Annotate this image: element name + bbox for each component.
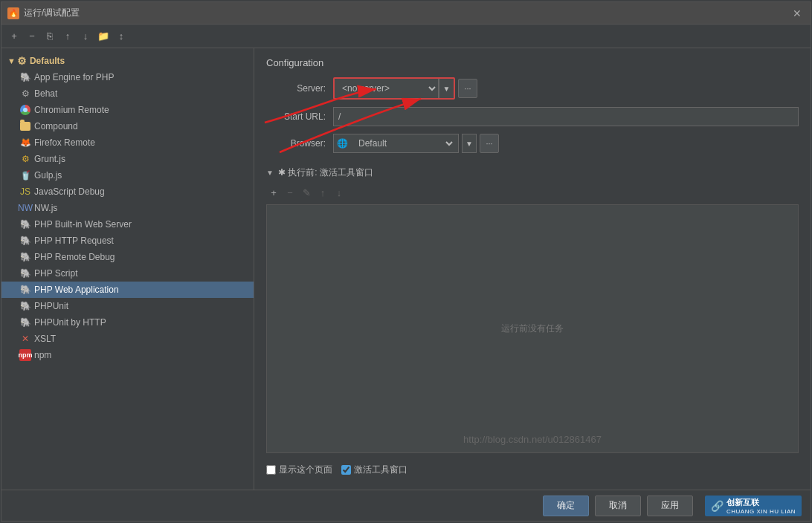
tree-item-nwjs[interactable]: NW NW.js [1, 200, 254, 216]
tree-item-phpunit-http[interactable]: 🐘 PHPUnit by HTTP [1, 314, 254, 331]
add-config-button[interactable]: + [6, 28, 22, 45]
start-url-input[interactable] [333, 107, 799, 126]
toolbar: + − ⎘ ↑ ↓ 📁 ↕ [1, 25, 811, 48]
browser-dropdown-btn[interactable]: ▼ [462, 134, 477, 153]
firefox-icon: 🦊 [19, 137, 31, 149]
show-page-checkbox[interactable]: 显示这个页面 [266, 464, 332, 476]
tree-item-php-script[interactable]: 🐘 PHP Script [1, 265, 254, 282]
tree-label-phpunit-http: PHPUnit by HTTP [34, 317, 106, 328]
activate-label: 激活工具窗口 [354, 464, 407, 476]
add-task-button[interactable]: + [266, 185, 281, 200]
browser-control: 🌐 Default ▼ ··· [333, 134, 799, 153]
server-control: <no server> ▼ ··· [333, 77, 799, 100]
remove-config-button[interactable]: − [24, 28, 40, 45]
tree-root: ▼ ⚙ Defaults 🐘 App Engine for PHP ⚙ Beha… [1, 51, 254, 365]
php-http-icon: 🐘 [19, 235, 31, 247]
tree-label-php-built-in: PHP Built-in Web Server [34, 219, 132, 230]
task-up-button[interactable]: ↑ [315, 185, 330, 200]
brand-name: 创新互联 [726, 497, 796, 508]
server-label: Server: [266, 83, 333, 94]
tree-label-npm: npm [34, 350, 51, 360]
section-label: ✱ 执行前: 激活工具窗口 [278, 166, 373, 179]
tree-item-behat[interactable]: ⚙ Behat [1, 85, 254, 102]
watermark: http://blog.csdn.net/u012861467 [463, 434, 602, 445]
tree-root-item[interactable]: ▼ ⚙ Defaults [1, 53, 254, 69]
config-title: Configuration [266, 57, 799, 68]
tree-label-gulpjs: Gulp.js [34, 170, 62, 181]
tree-item-php-http[interactable]: 🐘 PHP HTTP Request [1, 233, 254, 249]
activate-input[interactable] [341, 465, 351, 475]
close-button[interactable]: ✕ [790, 6, 805, 21]
tree-label-php-script: PHP Script [34, 268, 77, 279]
tree-item-firefox-remote[interactable]: 🦊 Firefox Remote [1, 134, 254, 151]
server-dropdown-btn[interactable]: ▼ [439, 79, 454, 98]
apply-button[interactable]: 应用 [647, 496, 693, 516]
tree-label-phpunit: PHPUnit [34, 301, 68, 311]
js-debug-icon: JS [19, 186, 31, 198]
show-page-input[interactable] [266, 465, 276, 475]
tree-item-chromium-remote[interactable]: Chromium Remote [1, 102, 254, 118]
activate-checkbox[interactable]: 激活工具窗口 [341, 464, 407, 476]
section-toolbar: + − ✎ ↑ ↓ [266, 183, 799, 201]
up-icon: ↑ [65, 30, 71, 42]
tree-item-npm[interactable]: npm npm [1, 347, 254, 363]
add-icon: + [11, 30, 17, 42]
right-panel: Configuration Server: <no server> ▼ ··· [254, 48, 811, 490]
left-panel: ▼ ⚙ Defaults 🐘 App Engine for PHP ⚙ Beha… [1, 48, 254, 490]
tree-item-php-remote[interactable]: 🐘 PHP Remote Debug [1, 249, 254, 265]
tree-label-php-web: PHP Web Application [34, 285, 119, 295]
php-built-in-icon: 🐘 [19, 218, 31, 230]
nwjs-icon: NW [19, 202, 31, 214]
folder-icon: 📁 [97, 30, 109, 42]
tree-label-nwjs: NW.js [34, 203, 57, 213]
tree-item-php-built-in[interactable]: 🐘 PHP Built-in Web Server [1, 216, 254, 233]
tree-item-phpunit[interactable]: 🐘 PHPUnit [1, 298, 254, 314]
show-page-label: 显示这个页面 [279, 464, 332, 476]
main-window: 🔥 运行/调试配置 ✕ + − ⎘ ↑ ↓ 📁 ↕ [1, 1, 811, 522]
start-url-control [333, 107, 799, 126]
remove-task-button[interactable]: − [283, 185, 297, 200]
copy-config-button[interactable]: ⎘ [42, 28, 58, 45]
edit-task-button[interactable]: ✎ [299, 185, 314, 200]
tree-label-php-http: PHP HTTP Request [34, 235, 114, 246]
server-edit-button[interactable]: ··· [458, 79, 477, 98]
tree-item-xslt[interactable]: ✕ XSLT [1, 331, 254, 347]
tree-item-gruntjs[interactable]: ⚙ Grunt.js [1, 151, 254, 167]
tree-item-gulpjs[interactable]: 🥤 Gulp.js [1, 167, 254, 183]
start-url-label: Start URL: [266, 111, 333, 122]
tasks-area: 运行前没有任务 http://blog.csdn.net/u012861467 [266, 204, 799, 453]
bottom-bar: 确定 取消 应用 🔗 创新互联 CHUANG XIN HU LIAN [1, 490, 811, 521]
php-script-icon: 🐘 [19, 267, 31, 279]
empty-label: 运行前没有任务 [501, 322, 564, 335]
tree-item-compound[interactable]: Compound [1, 118, 254, 134]
tree-label-chromium-remote: Chromium Remote [34, 105, 109, 115]
browser-select[interactable]: Default [351, 134, 455, 153]
app-icon: 🔥 [7, 7, 19, 19]
move-up-button[interactable]: ↑ [59, 28, 76, 45]
tree-root-label: Defaults [30, 56, 65, 66]
right-panel-wrapper: Configuration Server: <no server> ▼ ··· [254, 48, 811, 490]
section-header[interactable]: ▼ ✱ 执行前: 激活工具窗口 [266, 166, 799, 179]
php-icon: 🐘 [19, 71, 31, 83]
sort-button[interactable]: ↕ [113, 28, 129, 45]
tree-item-javascript-debug[interactable]: JS JavaScript Debug [1, 183, 254, 200]
tree-item-php-web[interactable]: 🐘 PHP Web Application [1, 282, 254, 298]
npm-icon: npm [19, 349, 31, 361]
task-down-button[interactable]: ↓ [332, 185, 347, 200]
expand-icon: ▼ [7, 56, 16, 65]
folder-button[interactable]: 📁 [95, 28, 112, 45]
section-expand-icon: ▼ [266, 169, 274, 177]
browser-edit-button[interactable]: ··· [480, 134, 499, 153]
cancel-button[interactable]: 取消 [595, 496, 641, 516]
phpunit-http-icon: 🐘 [19, 316, 31, 328]
php-remote-icon: 🐘 [19, 251, 31, 263]
remove-icon: − [29, 30, 35, 42]
title-bar-left: 🔥 运行/调试配置 [7, 7, 80, 19]
tree-label-gruntjs: Grunt.js [34, 154, 65, 164]
brand-badge: 🔗 创新互联 CHUANG XIN HU LIAN [705, 496, 802, 516]
move-down-button[interactable]: ↓ [77, 28, 94, 45]
ok-button[interactable]: 确定 [543, 496, 589, 516]
server-select[interactable]: <no server> [335, 79, 439, 98]
tree-item-app-engine[interactable]: 🐘 App Engine for PHP [1, 69, 254, 85]
main-content: ▼ ⚙ Defaults 🐘 App Engine for PHP ⚙ Beha… [1, 48, 811, 490]
